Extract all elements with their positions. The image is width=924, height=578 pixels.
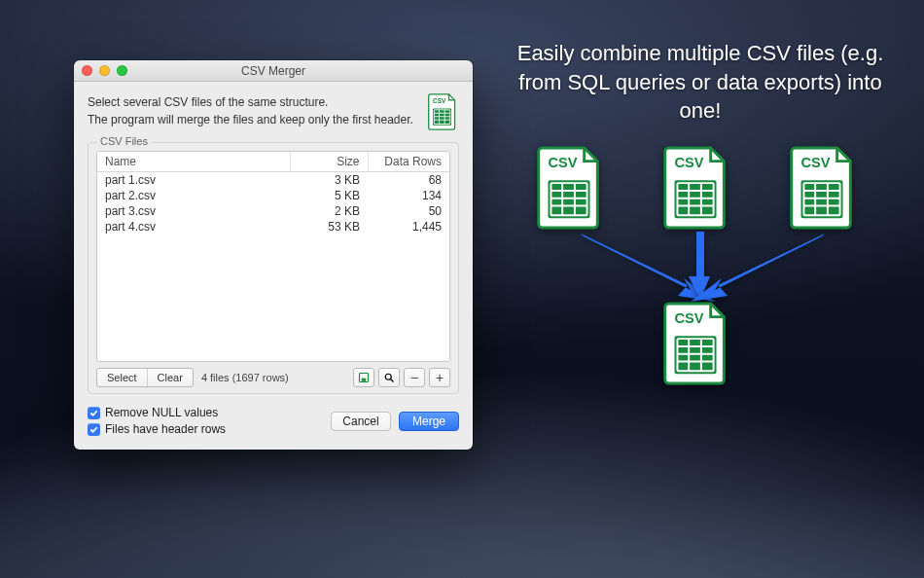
csv-file-icon [535,146,605,230]
file-name: part 2.csv [97,188,290,203]
table-row[interactable]: part 4.csv 53 KB 1,445 [97,219,449,235]
headers-checkbox[interactable]: Files have header rows [88,422,226,436]
window-title: CSV Merger [74,64,473,78]
merge-button[interactable]: Merge [399,412,459,431]
file-rows: 50 [368,203,449,219]
file-size: 3 KB [290,172,368,189]
table-row[interactable]: part 1.csv 3 KB 68 [97,172,449,189]
file-rows: 68 [368,172,449,189]
csv-file-icon [788,146,858,230]
intro-line-2: The program will merge the files and kee… [88,111,416,128]
checkbox-label: Files have header rows [105,422,226,436]
file-rows: 1,445 [368,219,449,235]
csv-files-group: CSV Files Name Size Data Rows part 1.csv [88,142,459,394]
intro-text: Select several CSV files of the same str… [88,93,416,130]
table-empty-area [97,235,449,361]
table-row[interactable]: part 2.csv 5 KB 134 [97,188,449,203]
arrow-icon [681,232,827,309]
file-size: 53 KB [290,219,368,235]
promo-text: Easily combine multiple CSV files (e.g. … [506,39,895,126]
svg-line-11 [391,379,394,382]
checkmark-icon [88,423,100,436]
file-rows: 134 [368,188,449,203]
clear-button[interactable]: Clear [148,369,193,386]
checkmark-icon [88,407,100,419]
titlebar[interactable]: CSV Merger [74,60,473,82]
col-name[interactable]: Name [97,152,290,172]
remove-null-checkbox[interactable]: Remove NULL values [88,406,226,419]
files-table[interactable]: Name Size Data Rows part 1.csv 3 KB 68 p… [96,151,450,362]
cancel-button[interactable]: Cancel [331,412,391,431]
csv-file-icon [426,93,459,130]
save-icon[interactable] [353,368,374,387]
file-name: part 3.csv [97,203,290,219]
file-size: 2 KB [290,203,368,219]
select-button[interactable]: Select [97,369,148,386]
file-name: part 4.csv [97,219,290,235]
csv-file-icon [661,146,731,230]
file-size: 5 KB [290,188,368,203]
csv-merger-window: CSV Merger Select several CSV files of t… [74,60,473,450]
preview-icon[interactable] [378,368,400,387]
merge-diagram [525,146,875,389]
file-name: part 1.csv [97,172,290,189]
svg-point-10 [385,374,391,379]
col-size[interactable]: Size [290,152,368,172]
promo-headline: Easily combine multiple CSV files (e.g. … [506,39,895,126]
add-icon[interactable]: + [429,368,450,387]
svg-rect-9 [362,379,367,381]
group-label: CSV Files [96,135,152,147]
col-rows[interactable]: Data Rows [368,152,449,172]
checkbox-label: Remove NULL values [105,406,218,419]
status-text: 4 files (1697 rows) [201,372,289,383]
remove-icon[interactable]: − [404,368,425,387]
intro-line-1: Select several CSV files of the same str… [88,93,416,111]
csv-file-icon [661,302,731,385]
table-row[interactable]: part 3.csv 2 KB 50 [97,203,449,219]
